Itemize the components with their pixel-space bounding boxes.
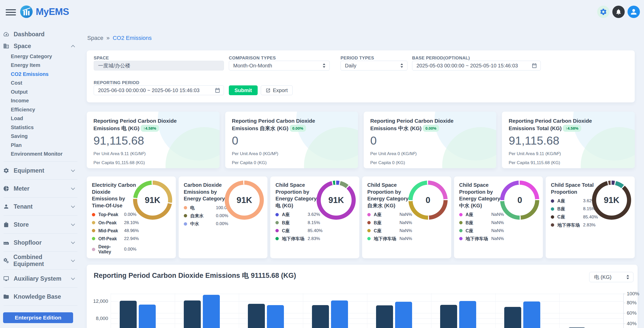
donut-card-title: Child Space Proportion by Energy Categor… bbox=[459, 182, 503, 209]
legend-item: On-Peak28.10% bbox=[92, 220, 149, 225]
sidebar-item-saving[interactable]: Saving bbox=[0, 132, 81, 141]
legend-item: 地下停车场2.83% bbox=[275, 236, 332, 241]
submit-button[interactable]: Submit bbox=[229, 85, 258, 95]
sidebar-item-combined-equipment[interactable]: Combined Equipment bbox=[0, 255, 81, 267]
stat-card-title: Reporting Period Carbon Dioxide Emission… bbox=[232, 117, 337, 132]
sidebar-item-label: Tenant bbox=[14, 203, 33, 210]
space-input[interactable]: 一度城/办公楼 bbox=[94, 61, 224, 70]
gear-icon bbox=[599, 8, 607, 16]
sidebar-item-equipment[interactable]: Equipment bbox=[0, 165, 81, 176]
hamburger-menu-icon[interactable] bbox=[6, 9, 16, 17]
sidebar-item-knowledge-base[interactable]: Knowledge Base bbox=[0, 291, 81, 303]
y-axis-tick-right: 100% bbox=[627, 291, 639, 297]
reporting-period-label: REPORTING PERIOD bbox=[94, 80, 139, 85]
legend-label: 电 bbox=[190, 205, 214, 210]
space-label: SPACE bbox=[94, 56, 109, 61]
sidebar-item-meter[interactable]: Meter bbox=[0, 183, 81, 194]
legend-item: B座8.15% bbox=[275, 220, 332, 225]
comparison-types-label: COMPARISON TYPES bbox=[229, 56, 276, 61]
sidebar-item-dashboard[interactable]: Dashboard bbox=[0, 28, 81, 40]
donut-chart: 91K bbox=[225, 181, 264, 220]
sidebar-item-shopfloor[interactable]: Shopfloor bbox=[0, 237, 81, 249]
myems-logo-icon bbox=[20, 5, 33, 19]
legend-label: B座 bbox=[374, 220, 398, 225]
donut-card: Electricity Carbon Dioxide Emissions by … bbox=[87, 176, 176, 258]
legend-label: Deep-Valley bbox=[98, 244, 123, 254]
legend-percent: 3.62% bbox=[308, 212, 320, 217]
donut-chart: 91K bbox=[317, 181, 356, 220]
sidebar-item-tenant[interactable]: Tenant bbox=[0, 201, 81, 212]
bar-dark bbox=[376, 305, 393, 328]
sidebar-item-store[interactable]: Store bbox=[0, 219, 81, 231]
stat-card: Reporting Period Carbon Dioxide Emission… bbox=[364, 112, 497, 168]
enterprise-edition-button[interactable]: Enterprise Edition bbox=[3, 312, 73, 323]
stat-card: Reporting Period Carbon Dioxide Emission… bbox=[87, 112, 220, 168]
sidebar-divider bbox=[4, 251, 77, 252]
breadcrumb-parent[interactable]: Space bbox=[87, 35, 103, 41]
legend-label: C座 bbox=[466, 228, 490, 233]
sidebar-item-energy-item[interactable]: Energy Item bbox=[0, 61, 81, 70]
brand-logo[interactable]: MyEMS bbox=[20, 5, 69, 19]
change-badge: 0.00% bbox=[290, 125, 306, 132]
legend-dot-icon bbox=[367, 221, 371, 224]
reporting-period-input[interactable]: 2025-06-03 00:00:00 ~ 2025-06-10 15:46:0… bbox=[94, 85, 224, 95]
donut-chart: 0 bbox=[500, 181, 539, 220]
donut-card: Child Space Proportion by Energy Categor… bbox=[362, 176, 451, 258]
period-types-select[interactable]: Daily bbox=[341, 61, 407, 70]
export-button[interactable]: Export bbox=[261, 85, 293, 95]
stat-card-title: Reporting Period Carbon Dioxide Emission… bbox=[93, 117, 198, 132]
settings-button[interactable] bbox=[597, 6, 610, 18]
donut-center-value: 91K bbox=[596, 185, 627, 216]
legend-item: B座NaN% bbox=[367, 220, 424, 225]
legend-item: 地下停车场2.83% bbox=[551, 223, 607, 228]
legend-percent: 85.40% bbox=[308, 228, 323, 233]
sidebar-item-load[interactable]: Load bbox=[0, 114, 81, 123]
sidebar-item-cost[interactable]: Cost bbox=[0, 79, 81, 88]
breadcrumb-current[interactable]: CO2 Emissions bbox=[113, 35, 152, 41]
donut-center-value: 0 bbox=[413, 185, 443, 216]
sidebar-item-label: Store bbox=[14, 221, 29, 228]
y-axis-tick-left: 8,000 bbox=[91, 316, 108, 321]
change-badge: ↑4.58% bbox=[563, 125, 581, 132]
user-avatar[interactable] bbox=[628, 6, 640, 18]
sidebar-item-output[interactable]: Output bbox=[0, 87, 81, 96]
notifications-button[interactable] bbox=[612, 6, 625, 18]
legend-label: B座 bbox=[282, 220, 306, 225]
sidebar-item-space[interactable]: Space bbox=[0, 40, 81, 52]
bar-blue bbox=[459, 301, 476, 328]
legend-item: Deep-Valley0.00% bbox=[92, 244, 149, 254]
legend-percent: 0.00% bbox=[216, 221, 228, 226]
legend-item: C座NaN% bbox=[459, 228, 516, 233]
chevron-down-icon bbox=[71, 276, 75, 280]
legend-dot-icon bbox=[275, 221, 279, 224]
comparison-types-select[interactable]: Month-On-Month bbox=[229, 61, 330, 70]
donut-cards-row: Electricity Carbon Dioxide Emissions by … bbox=[87, 176, 635, 258]
sidebar-item-co2-emissions[interactable]: CO2 Emissions bbox=[0, 70, 81, 79]
legend-percent: 85.40% bbox=[583, 215, 598, 220]
breadcrumb: Space » CO2 Emissions bbox=[87, 35, 152, 41]
bar-dark bbox=[440, 305, 457, 328]
base-period-input[interactable]: 2025-05-03 00:00:00 ~ 2025-05-10 15:46:0… bbox=[412, 61, 541, 70]
sidebar-item-plan[interactable]: Plan bbox=[0, 141, 81, 150]
sidebar-item-efficiency[interactable]: Efficiency bbox=[0, 105, 81, 114]
legend-dot-icon bbox=[92, 229, 95, 232]
change-badge: 0.00% bbox=[423, 125, 439, 132]
sidebar-divider bbox=[4, 179, 77, 180]
sidebar-item-income[interactable]: Income bbox=[0, 96, 81, 105]
stat-card-title: Reporting Period Carbon Dioxide Emission… bbox=[509, 117, 614, 132]
legend-percent: 0.00% bbox=[124, 212, 136, 217]
sidebar-item-environment-monitor[interactable]: Environment Monitor bbox=[0, 150, 81, 159]
sidebar-item-energy-category[interactable]: Energy Category bbox=[0, 52, 81, 61]
legend-dot-icon bbox=[459, 221, 463, 224]
stat-card: Reporting Period Carbon Dioxide Emission… bbox=[502, 112, 635, 168]
sidebar-item-auxiliary-system[interactable]: Auxiliary System bbox=[0, 273, 81, 285]
energy-category-select[interactable]: 电 (KG) bbox=[589, 272, 633, 282]
sidebar-item-statistics[interactable]: Statistics bbox=[0, 123, 81, 132]
filter-panel: SPACE 一度城/办公楼 COMPARISON TYPES Month-On-… bbox=[87, 50, 635, 102]
legend-percent: 48.96% bbox=[124, 228, 139, 233]
legend-label: 地下停车场 bbox=[282, 236, 306, 241]
period-types-value: Daily bbox=[345, 63, 356, 69]
per-capita-text: Per Capita 91,115.68 (KG) bbox=[509, 160, 628, 165]
legend-percent: 0.00% bbox=[124, 247, 136, 252]
gear-icon bbox=[3, 167, 9, 174]
